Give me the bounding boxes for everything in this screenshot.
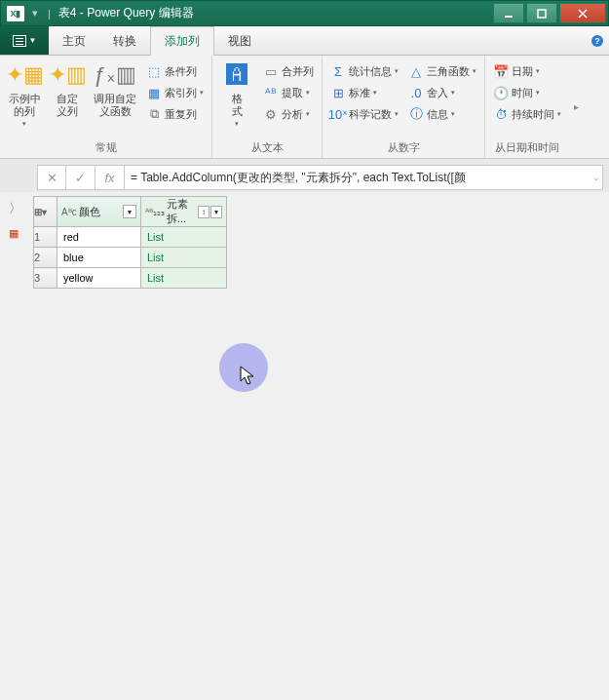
ribbon-group-number-label: 从数字 bbox=[326, 138, 480, 158]
info-icon: ⓘ bbox=[408, 106, 424, 122]
text-type-icon: Aᴮc bbox=[61, 207, 77, 217]
format-icon: 🅰 bbox=[221, 59, 252, 91]
column-from-examples-button[interactable]: ✦▦ 示例中的列 ▾ bbox=[4, 58, 45, 130]
tab-transform[interactable]: 转换 bbox=[99, 26, 150, 55]
row-number[interactable]: 1 bbox=[34, 227, 57, 248]
list-link[interactable]: List bbox=[141, 268, 227, 289]
index-column-icon: ▦ bbox=[146, 85, 162, 100]
queries-icon[interactable]: ▦ bbox=[9, 227, 21, 240]
parse-button[interactable]: ⚙分析 ▾ bbox=[259, 103, 318, 125]
data-preview: ⊞▾ Aᴮc颜色▼ ᴬᴮ₁₂₃元素拆...↕▾ 1 red List 2 blu… bbox=[29, 192, 609, 700]
scientific-icon: 10ˣ bbox=[330, 106, 346, 122]
rounding-button[interactable]: .0舍入 ▾ bbox=[404, 82, 480, 103]
ribbon-group-general-label: 常规 bbox=[4, 138, 208, 158]
close-button[interactable] bbox=[559, 3, 606, 23]
date-icon: 📅 bbox=[493, 63, 509, 79]
maximize-button[interactable] bbox=[526, 3, 557, 23]
list-link[interactable]: List bbox=[141, 248, 227, 268]
table-row: 2 blue List bbox=[34, 248, 227, 268]
file-tab[interactable]: ▼ bbox=[0, 26, 49, 55]
left-rail: 〉 ▦ bbox=[0, 192, 29, 700]
table-row: 1 red List bbox=[34, 227, 227, 248]
date-button[interactable]: 📅日期 ▾ bbox=[489, 60, 565, 82]
tab-home[interactable]: 主页 bbox=[49, 26, 99, 55]
merge-columns-button[interactable]: ▭合并列 bbox=[259, 60, 318, 82]
help-button[interactable]: ? bbox=[586, 26, 609, 55]
invoke-function-icon: ƒₓ▥ bbox=[99, 59, 131, 91]
chevron-down-icon: ▼ bbox=[29, 36, 37, 45]
ribbon-group-datetime: 📅日期 ▾ 🕐时间 ▾ ⏱持续时间 ▾ 从日期和时间 bbox=[485, 56, 569, 158]
standard-button[interactable]: ⊞标准 ▾ bbox=[326, 82, 402, 103]
trig-button[interactable]: △三角函数 ▾ bbox=[404, 60, 480, 82]
statistics-button[interactable]: Σ统计信息 ▾ bbox=[326, 60, 402, 82]
file-icon bbox=[13, 35, 26, 47]
duplicate-column-icon: ⧉ bbox=[146, 106, 162, 122]
merge-icon: ▭ bbox=[263, 63, 279, 79]
trig-icon: △ bbox=[408, 63, 424, 79]
column-expand-icon[interactable]: ↕▾ bbox=[198, 206, 222, 218]
qat-dropdown-icon[interactable]: ▾ bbox=[32, 7, 38, 19]
column-header-2[interactable]: ᴬᴮ₁₂₃元素拆...↕▾ bbox=[141, 197, 227, 227]
minimize-button[interactable] bbox=[493, 3, 524, 23]
ribbon-group-number: Σ统计信息 ▾ ⊞标准 ▾ 10ˣ科学记数 ▾ △三角函数 ▾ .0舍入 ▾ ⓘ… bbox=[323, 56, 485, 158]
index-column-button[interactable]: ▦索引列 ▾ bbox=[142, 82, 208, 103]
formula-cancel-button[interactable]: ✕ bbox=[37, 165, 66, 190]
app-icon: X▮ bbox=[7, 6, 24, 21]
formula-fx-button[interactable]: fx bbox=[95, 165, 125, 190]
duration-icon: ⏱ bbox=[493, 106, 509, 122]
data-table: ⊞▾ Aᴮc颜色▼ ᴬᴮ₁₂₃元素拆...↕▾ 1 red List 2 blu… bbox=[33, 196, 227, 289]
row-number[interactable]: 2 bbox=[34, 248, 57, 268]
info-button[interactable]: ⓘ信息 ▾ bbox=[404, 103, 480, 125]
invoke-function-button[interactable]: ƒₓ▥ 调用自定义函数 bbox=[90, 58, 140, 120]
extract-button[interactable]: ᴬᴮ提取 ▾ bbox=[259, 82, 318, 103]
cell[interactable]: red bbox=[57, 227, 141, 248]
formula-bar: ✕ ✓ fx = Table.AddColumn(更改的类型, "元素拆分", … bbox=[37, 165, 603, 190]
formula-confirm-button[interactable]: ✓ bbox=[66, 165, 95, 190]
conditional-column-icon: ⬚ bbox=[146, 63, 162, 79]
ribbon: ✦▦ 示例中的列 ▾ ✦▥ 自定义列 ƒₓ▥ 调用自定义函数 ⬚条件列 ▦索引列… bbox=[0, 56, 609, 159]
standard-icon: ⊞ bbox=[330, 85, 346, 100]
ribbon-group-text-label: 从文本 bbox=[216, 138, 318, 158]
ribbon-group-text: 🅰 格式 ▾ ▭合并列 ᴬᴮ提取 ▾ ⚙分析 ▾ 从文本 bbox=[212, 56, 323, 158]
formula-expand-icon[interactable]: ⌵ bbox=[593, 173, 598, 182]
parse-icon: ⚙ bbox=[263, 106, 279, 122]
svg-rect-0 bbox=[505, 16, 513, 18]
cursor-icon bbox=[240, 366, 257, 392]
table-corner[interactable]: ⊞▾ bbox=[34, 197, 57, 227]
any-type-icon: ᴬᴮ₁₂₃ bbox=[145, 207, 165, 217]
duration-button[interactable]: ⏱持续时间 ▾ bbox=[489, 103, 565, 125]
column-from-examples-icon: ✦▦ bbox=[9, 59, 40, 91]
custom-column-button[interactable]: ✦▥ 自定义列 bbox=[47, 58, 88, 120]
ribbon-group-datetime-label: 从日期和时间 bbox=[489, 138, 565, 158]
ribbon-group-general: ✦▦ 示例中的列 ▾ ✦▥ 自定义列 ƒₓ▥ 调用自定义函数 ⬚条件列 ▦索引列… bbox=[0, 56, 212, 158]
format-button[interactable]: 🅰 格式 ▾ bbox=[216, 58, 257, 130]
time-button[interactable]: 🕐时间 ▾ bbox=[489, 82, 565, 103]
table-row: 3 yellow List bbox=[34, 268, 227, 289]
column-filter-icon[interactable]: ▼ bbox=[123, 205, 136, 218]
custom-column-icon: ✦▥ bbox=[52, 59, 83, 91]
duplicate-column-button[interactable]: ⧉重复列 bbox=[142, 103, 208, 125]
time-icon: 🕐 bbox=[493, 85, 509, 100]
conditional-column-button[interactable]: ⬚条件列 bbox=[142, 60, 208, 82]
rounding-icon: .0 bbox=[408, 85, 424, 100]
row-number[interactable]: 3 bbox=[34, 268, 57, 289]
cell[interactable]: blue bbox=[57, 248, 141, 268]
statistics-icon: Σ bbox=[330, 63, 346, 79]
formula-input[interactable]: = Table.AddColumn(更改的类型, "元素拆分", each Te… bbox=[125, 165, 603, 190]
svg-rect-1 bbox=[538, 10, 546, 18]
ribbon-overflow-button[interactable]: ▸ bbox=[569, 56, 583, 158]
cell[interactable]: yellow bbox=[57, 268, 141, 289]
svg-text:?: ? bbox=[594, 36, 600, 46]
extract-icon: ᴬᴮ bbox=[263, 85, 279, 100]
scientific-button[interactable]: 10ˣ科学记数 ▾ bbox=[326, 103, 402, 125]
queries-pane-toggle[interactable]: 〉 bbox=[9, 200, 21, 217]
tab-add-column[interactable]: 添加列 bbox=[150, 26, 214, 56]
column-header-1[interactable]: Aᴮc颜色▼ bbox=[57, 197, 141, 227]
tab-view[interactable]: 视图 bbox=[214, 26, 265, 55]
window-title: 表4 - Power Query 编辑器 bbox=[58, 5, 194, 21]
list-link[interactable]: List bbox=[141, 227, 227, 248]
ribbon-tabs: ▼ 主页 转换 添加列 视图 ? bbox=[0, 26, 609, 56]
titlebar: X▮ ▾ | 表4 - Power Query 编辑器 bbox=[0, 0, 609, 26]
